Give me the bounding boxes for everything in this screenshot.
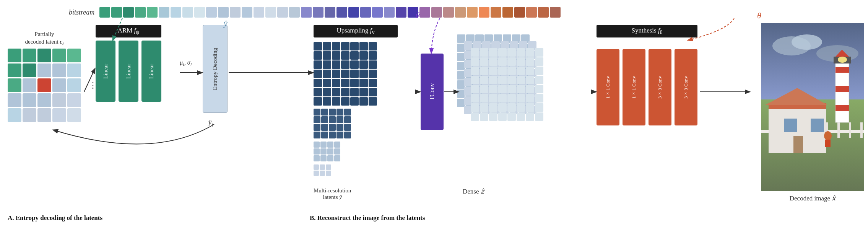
bitstream-cell (384, 7, 395, 18)
dense-grid-cell (498, 67, 507, 75)
dense-grid-cell (498, 57, 507, 66)
dense-grid-cell (535, 48, 543, 57)
dense-grid-cell (471, 48, 479, 57)
small-grid-cell (350, 79, 359, 87)
dense-grid-cell (480, 94, 488, 103)
dense-grid-cell (498, 76, 507, 84)
small-grid-cell (359, 79, 368, 87)
dense-grid-cell (498, 85, 507, 93)
dense-grid-cell (489, 57, 497, 66)
dense-grid-cell (489, 76, 497, 84)
svg-rect-24 (835, 86, 849, 92)
small-grid-cell (341, 97, 349, 106)
svg-rect-20 (811, 119, 824, 132)
dense-grid-cell (480, 67, 488, 75)
bitstream-cell (289, 7, 300, 18)
grid-cell (8, 108, 21, 122)
dense-grid-cell (471, 57, 479, 66)
dense-grid-cell (535, 57, 543, 66)
bitstream-cell (443, 7, 454, 18)
dense-grid-cell (489, 112, 497, 121)
bitstream-cell (550, 7, 561, 18)
dense-grid-cell (480, 57, 488, 66)
small-grid-cell (314, 142, 320, 148)
small-grid-cell (323, 42, 331, 50)
svg-point-3 (792, 34, 822, 50)
svg-rect-30 (825, 140, 831, 147)
yhat-i-label: ŷi (208, 119, 213, 128)
dense-grid-cell (489, 103, 497, 112)
v-label: v̂ (415, 11, 419, 20)
small-grid-cell (341, 42, 349, 50)
conv-layers: 1×1 Conv 1×1 Conv 3×3 Conv 3×3 Conv (597, 49, 697, 125)
small-grid-cell (359, 51, 368, 60)
small-grid-cell (334, 148, 340, 155)
small-grid-cell (344, 109, 351, 116)
grid-cell (8, 49, 21, 62)
dense-grid-cell (480, 103, 488, 112)
small-grid-cell (336, 124, 343, 131)
entropy-rect: Entropy Decoding (203, 25, 228, 113)
small-grid-cell (359, 88, 368, 96)
small-grid-cell (341, 88, 349, 96)
bitstream-cell (123, 7, 134, 18)
small-grid-cell (341, 51, 349, 60)
dense-grid-cell (526, 76, 534, 84)
multi-res-grid (314, 109, 377, 138)
grid-cell (37, 93, 51, 107)
small-grid-cell (341, 70, 349, 78)
grid-cell (37, 78, 51, 92)
dense-grid-cell (507, 48, 516, 57)
small-grid-cell (369, 42, 377, 50)
multi-res-grid (314, 42, 377, 106)
dense-grid-cell (507, 103, 516, 112)
small-grid-cell (332, 79, 340, 87)
dense-label: Dense ẑ (463, 187, 484, 195)
bitstream-cell (372, 7, 383, 18)
grid-cell (67, 93, 81, 107)
bitstream-cell (171, 7, 181, 18)
small-grid-cell (332, 88, 340, 96)
lighthouse-image (761, 23, 864, 191)
multi-res-grid (314, 142, 377, 161)
dense-grid-cell (471, 112, 479, 121)
small-grid-cell (341, 79, 349, 87)
latent-label: Partiallydecoded latent ci (8, 31, 81, 47)
linear-layer-2: Linear (119, 41, 138, 102)
arm-title: ARM fψ (96, 25, 161, 37)
dense-grid-cell (535, 85, 543, 93)
small-grid-cell (332, 51, 340, 60)
bitstream-cell (301, 7, 312, 18)
small-grid-cell (336, 116, 343, 123)
dense-grid-cell (535, 67, 543, 75)
small-grid-cell (320, 148, 327, 155)
conv-layer-3: 3×3 Conv (649, 49, 671, 125)
dense-grid-cell (480, 112, 488, 121)
svg-rect-15 (860, 122, 863, 138)
small-grid-cell (359, 60, 368, 69)
conv-layer-4: 3×3 Conv (675, 49, 697, 125)
small-grid-cell (314, 51, 322, 60)
small-grid-cell (350, 88, 359, 96)
dense-grids (457, 34, 556, 157)
small-grid-cell (314, 88, 322, 96)
linear-layer-3: Linear (141, 41, 161, 102)
dense-grid-cell (517, 67, 525, 75)
small-grid-cell (336, 132, 343, 138)
dense-grid (471, 48, 543, 121)
diagram-container: bitstream ψ Partiallydecoded latent ci ⋮… (0, 0, 868, 236)
small-grid-cell (336, 109, 343, 116)
dense-grid-cell (526, 48, 534, 57)
small-grid-cell (320, 171, 325, 176)
grid-cell (37, 49, 51, 62)
small-grid-cell (320, 142, 327, 148)
dense-grid-cell (489, 85, 497, 93)
dense-grid-cell (517, 76, 525, 84)
small-grid-cell (332, 42, 340, 50)
multi-res-label: Multi-resolutionlatents ŷ (314, 187, 351, 200)
arm-box: ARM fψ Linear Linear Linear (96, 25, 161, 102)
bitstream-cell (502, 7, 513, 18)
dense-grid-cell (535, 76, 543, 84)
grid-cell (67, 78, 81, 92)
latent-grid (8, 49, 81, 122)
